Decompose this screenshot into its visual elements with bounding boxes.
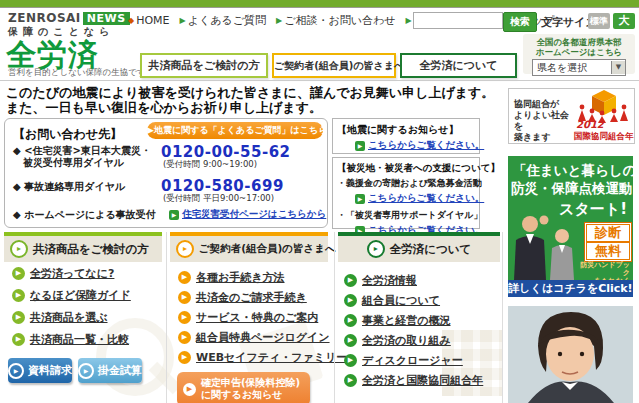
- arrow-right-icon: ▶: [276, 16, 282, 25]
- two-people-photo: [508, 214, 582, 280]
- circle-arrow-icon: [344, 334, 357, 347]
- link-services-benefits[interactable]: サービス・特典のご案内: [178, 310, 318, 325]
- campaign-line2: 防災・保障点検運動」: [511, 180, 633, 198]
- campaign-banner[interactable]: 「住まいと暮らしの 防災・保障点検運動」 スタート! 診断 無料 防災ハンドブッ…: [508, 156, 633, 297]
- circle-arrow-icon: [344, 314, 357, 327]
- tab-products[interactable]: 共済商品をご検討の方: [140, 53, 268, 78]
- portrait-image: [508, 306, 633, 403]
- circle-arrow-icon: [78, 363, 94, 379]
- support-item-dial: ・「被災者専用サポートダイヤル」: [337, 209, 475, 222]
- link-intl-coop-year[interactable]: 全労済と国際協同組合年: [344, 373, 483, 388]
- housing-damage-link[interactable]: 住宅災害受付ページはこちらから: [169, 208, 326, 221]
- circle-arrow-icon: [183, 383, 196, 396]
- header-divider: [0, 80, 639, 81]
- support-item-donation: ・義援金の寄贈および緊急募金活動: [337, 177, 475, 190]
- news-badge: NEWS: [83, 12, 130, 25]
- nav-home[interactable]: ◆HOME: [128, 14, 170, 27]
- contact-item3-label: ◆ ホームページによる事故受付: [13, 209, 156, 221]
- contact-item1-hours: (受付時間 9:00~19:00): [163, 159, 257, 171]
- quake-notice-link[interactable]: こちらからご覧ください。: [355, 139, 479, 152]
- tab-members[interactable]: ご契約者(組合員)の皆さまへ: [272, 53, 396, 78]
- link-claim-procedures[interactable]: 共済金のご請求手続き: [178, 290, 307, 305]
- circle-arrow-icon: [178, 271, 191, 284]
- arrow-right-icon: ▶: [405, 16, 411, 25]
- circle-arrow-icon: [178, 291, 191, 304]
- font-size-large-button[interactable]: 大: [613, 13, 635, 29]
- nav-contact[interactable]: ▶ご相談・お問い合わせ: [276, 13, 395, 28]
- earthquake-message: このたびの地震により被害を受けられた皆さまに、謹んでお見舞い申し上げます。 また…: [6, 85, 494, 115]
- column-divider: [166, 232, 167, 403]
- arrow-right-icon: ▶: [180, 16, 186, 25]
- coop-year-text: 協同組合が よりよい社会を 築きます: [509, 89, 574, 143]
- cube-and-people-icon: [574, 89, 634, 123]
- link-procedures[interactable]: 各種お手続き方法: [178, 270, 285, 285]
- request-materials-button[interactable]: 資料請求: [8, 358, 72, 383]
- circle-arrow-icon: [12, 267, 25, 280]
- circle-arrow-icon: [12, 333, 25, 346]
- circle-arrow-icon: [344, 354, 357, 367]
- column-about: ▸ 全労済について: [338, 232, 500, 262]
- link-disclosure[interactable]: ディスクロージャー: [344, 353, 463, 368]
- search-button[interactable]: 検索: [503, 12, 537, 32]
- font-size-standard-button[interactable]: 標準: [588, 13, 610, 29]
- circle-arrow-icon: [178, 331, 191, 344]
- link-choose-product[interactable]: 共済商品を選ぶ: [12, 310, 108, 325]
- logo-zenrosai-news[interactable]: ZENROSAINEWS: [8, 11, 130, 25]
- coop-year-2012: 2012: [576, 119, 604, 130]
- column-divider: [502, 232, 503, 403]
- search-input[interactable]: [413, 12, 503, 29]
- home-diamond-icon: ◆: [128, 16, 134, 25]
- link-zenrosai-info[interactable]: 全労済情報: [344, 273, 417, 288]
- top-green-bar: [0, 0, 639, 8]
- campaign-click-button[interactable]: 詳しくはコチラをClick!: [508, 280, 633, 297]
- circle-arrow-icon: [12, 289, 25, 302]
- campaign-line1: 「住まいと暮らしの: [513, 162, 633, 180]
- link-product-list[interactable]: 共済商品一覧・比較: [12, 332, 129, 347]
- green-arrow-icon: [355, 141, 365, 151]
- link-about-members[interactable]: 組合員について: [344, 293, 440, 308]
- prefecture-hq-box: 全国の各都道府県本部 ホームページはこちら 県名を選択 ▼: [523, 34, 635, 74]
- coop-year-banner[interactable]: 協同組合が よりよい社会を 築きます 2012 国際協同組合年: [508, 88, 635, 144]
- link-web-safety-family[interactable]: WEBセイフティ・ファミリー: [178, 350, 347, 365]
- circle-arrow-icon: [8, 363, 24, 379]
- circle-arrow-icon: [344, 274, 357, 287]
- spokesperson-photo[interactable]: [508, 306, 633, 403]
- circle-arrow-icon: [178, 311, 191, 324]
- circle-arrow-icon: [344, 294, 357, 307]
- link-business-overview[interactable]: 事業と経営の概況: [344, 313, 451, 328]
- spiral-arrow-icon: ▸: [176, 240, 194, 258]
- link-member-benefits-login[interactable]: 組合員特典ページログイン: [178, 330, 330, 345]
- circle-arrow-icon: [344, 374, 357, 387]
- column-products: ▸ 共済商品をご検討の方: [4, 232, 162, 262]
- spiral-arrow-icon: ▸: [10, 240, 28, 258]
- nav-faq[interactable]: ▶よくあるご質問: [180, 13, 266, 28]
- coop-year-label: 国際協同組合年: [574, 131, 634, 143]
- contact-item1-label: ◆ <住宅災害>東日本大震災・ 被災受付専用ダイヤル: [13, 145, 151, 169]
- tab-about[interactable]: 全労済について: [400, 53, 517, 78]
- quake-notice-title: 【地震に関するお知らせ】: [337, 123, 475, 137]
- circle-arrow-icon: [178, 351, 191, 364]
- coop-year-logo: 2012 国際協同組合年: [574, 89, 634, 143]
- column-about-header: ▸ 全労済について: [338, 236, 500, 262]
- link-what-is-zenrosai[interactable]: 全労済ってなに?: [12, 266, 114, 281]
- premium-estimate-button[interactable]: 掛金試算: [78, 358, 142, 383]
- link-initiatives[interactable]: 全労済の取り組み: [344, 333, 451, 348]
- spiral-arrow-icon: ▸: [367, 240, 385, 258]
- earthquake-faq-button[interactable]: ▶地震に関する「よくあるご質問」はこちら: [147, 122, 323, 139]
- prefecture-select[interactable]: 県名を選択 ▼: [532, 59, 626, 76]
- arrow-right-icon: ▶: [147, 125, 154, 135]
- logo-zenrosai-text: ZENROSAI: [8, 11, 81, 25]
- green-arrow-icon: [355, 194, 365, 204]
- column-members-header: ▸ ご契約者(組合員)の皆さまへ: [170, 236, 328, 262]
- contact-item2-hours: (受付時間 平日9:00~17:00): [163, 193, 274, 205]
- green-arrow-icon: [169, 210, 179, 220]
- contact-box: 【お問い合わせ先】 ▶地震に関する「よくあるご質問」はこちら ◆ <住宅災害>東…: [4, 118, 328, 228]
- contact-title: 【お問い合わせ先】: [13, 126, 122, 143]
- tax-return-notice-button[interactable]: 確定申告(保険料控除)に関するお知らせ: [177, 372, 310, 403]
- column-divider: [334, 232, 335, 403]
- column-members: ▸ ご契約者(組合員)の皆さまへ: [170, 232, 328, 262]
- contact-item2-label: ◆ 事故連絡専用ダイヤル: [13, 181, 125, 193]
- free-diagnosis-badge: 診断 無料: [584, 222, 632, 262]
- donation-link[interactable]: こちらからご覧ください。: [355, 192, 479, 205]
- link-hosho-guide[interactable]: なるほど保障ガイド: [12, 288, 131, 303]
